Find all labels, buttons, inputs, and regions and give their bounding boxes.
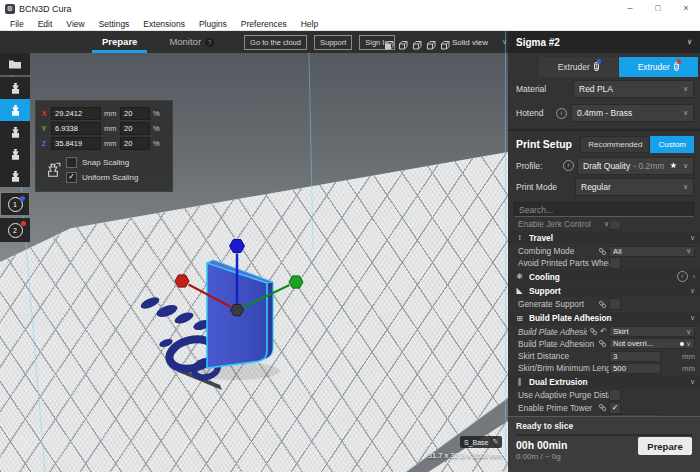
go-to-the-cloud-button[interactable]: Go to the cloud xyxy=(244,35,307,50)
snap-scaling-checkbox[interactable] xyxy=(66,157,77,168)
menu-item-settings[interactable]: Settings xyxy=(92,19,137,29)
info-icon[interactable]: i xyxy=(556,108,567,119)
maximize-button[interactable]: □ xyxy=(644,0,672,17)
setting-row-enable-jerk-control[interactable]: Enable Jerk Control∨ xyxy=(508,221,700,230)
print-mode-dropdown[interactable]: Regular ∨ xyxy=(575,178,694,196)
inherit-link-icon[interactable] xyxy=(598,247,607,256)
tab-extruder-1[interactable]: Extruder 1 xyxy=(539,57,618,77)
extruder-1-select-button[interactable]: 1 xyxy=(0,192,30,216)
build-plate-adhesion-type-dropdown[interactable]: Skirt∨ xyxy=(609,326,695,337)
per-model-settings-tool-button[interactable] xyxy=(0,165,30,187)
checkbox-label: Snap Scaling xyxy=(82,158,129,167)
avoid-printed-parts-when-traveling-checkbox[interactable] xyxy=(609,257,621,269)
menu-item-preferences[interactable]: Preferences xyxy=(234,19,294,29)
view-left-icon[interactable] xyxy=(426,37,437,48)
inherit-link-icon[interactable] xyxy=(598,339,607,348)
gizmo-handle-x[interactable] xyxy=(175,275,189,287)
prepare-button[interactable]: Prepare xyxy=(638,437,692,455)
scale-x-percent-input[interactable]: 20 xyxy=(120,107,150,120)
use-adaptive-purge-distance-checkbox[interactable] xyxy=(609,389,621,401)
scale-row-y: Y6.9338mm20% xyxy=(40,121,168,136)
setting-row-use-adaptive-purge-distance[interactable]: Use Adaptive Purge Distance xyxy=(508,389,700,401)
support-button[interactable]: Support xyxy=(314,35,352,50)
viewport-3d[interactable]: ⚙BCN3D S_Base ✎ 31.7 x 30.3 x 35.8 mm 12… xyxy=(0,53,508,472)
tab-extruder-2[interactable]: Extruder 2 xyxy=(619,57,698,77)
menu-item-file[interactable]: File xyxy=(3,19,31,29)
revert-icon[interactable]: ↶ xyxy=(600,327,607,336)
printer-selector[interactable]: Sigma #2 ∨ xyxy=(508,31,700,53)
scale-y-percent-input[interactable]: 20 xyxy=(120,122,150,135)
uniform-scaling-checkbox[interactable]: ✓ xyxy=(66,172,77,183)
setting-row-build-plate-adhesion-extruder[interactable]: Build Plate Adhesion ExtruderNot overri.… xyxy=(508,338,700,350)
close-button[interactable]: × xyxy=(672,0,700,17)
scale-z-size-input[interactable]: 35.8419 xyxy=(51,137,101,150)
build-plate-adhesion-extruder-dropdown[interactable]: Not overri...∨ xyxy=(609,338,695,349)
category-build-plate-adhesion[interactable]: ⊞Build Plate Adhesion∨ xyxy=(508,312,700,325)
tab-prepare[interactable]: Prepare xyxy=(86,31,153,53)
minimize-button[interactable]: – xyxy=(616,0,644,17)
model-name-tag[interactable]: S_Base ✎ xyxy=(460,436,502,448)
scale-tool-button[interactable] xyxy=(0,99,30,121)
enable-jerk-control-checkbox[interactable] xyxy=(609,221,621,230)
open-file-button[interactable] xyxy=(0,53,30,75)
view-top-icon[interactable] xyxy=(412,37,423,48)
category-cooling[interactable]: ❄Coolingi‹ xyxy=(508,270,700,283)
profile-dropdown[interactable]: Draft Quality - 0.2mm ★ ∨ xyxy=(577,157,694,175)
scale-x-size-input[interactable]: 29.2412 xyxy=(51,107,101,120)
setting-label: Avoid Printed Parts When Traveling xyxy=(518,258,609,268)
extruder-2-select-button[interactable]: 2 xyxy=(0,218,30,242)
view-3d-icon[interactable] xyxy=(384,37,395,48)
gizmo-handle-z[interactable] xyxy=(230,240,245,253)
view-front-icon[interactable] xyxy=(398,37,409,48)
skirt-distance-input[interactable]: 3 xyxy=(609,351,661,362)
menu-item-edit[interactable]: Edit xyxy=(31,19,60,29)
scale-y-size-input[interactable]: 6.9338 xyxy=(51,122,101,135)
dropdown-value: Skirt xyxy=(613,327,684,336)
unit-label: mm xyxy=(682,364,695,373)
category-travel[interactable]: ↕Travel∨ xyxy=(508,231,700,244)
combing-mode-dropdown[interactable]: All∨ xyxy=(609,246,695,257)
tab-monitor-label: Monitor xyxy=(169,32,201,52)
enable-prime-tower-checkbox[interactable]: ✓ xyxy=(609,402,621,414)
skirt-brim-minimum-length-input[interactable]: 500 xyxy=(609,363,661,374)
axis-z-label: Z xyxy=(40,139,48,148)
menu-item-view[interactable]: View xyxy=(59,19,91,29)
view-mode-dropdown[interactable]: Solid view ∨ xyxy=(449,34,510,50)
unit-label: mm xyxy=(682,352,695,361)
setting-row-avoid-printed-parts-when-traveling[interactable]: Avoid Printed Parts When Traveling xyxy=(508,257,700,269)
progress-bar xyxy=(516,434,692,436)
inherit-link-icon[interactable] xyxy=(598,300,607,309)
edit-name-icon[interactable]: ✎ xyxy=(493,438,499,446)
generate-support-checkbox[interactable] xyxy=(609,298,621,310)
scale-z-percent-input[interactable]: 20 xyxy=(120,137,150,150)
menu-item-plugins[interactable]: Plugins xyxy=(192,19,234,29)
setting-label: Skirt/Brim Minimum Length xyxy=(518,363,609,373)
setting-row-generate-support[interactable]: Generate Support xyxy=(508,298,700,310)
setting-row-build-plate-adhesion-type[interactable]: Build Plate Adhesion Type↶Skirt∨ xyxy=(508,326,700,338)
category-dual-extrusion[interactable]: ∥Dual Extrusion∨ xyxy=(508,375,700,388)
inherit-link-icon[interactable] xyxy=(598,403,607,412)
mirror-tool-button[interactable] xyxy=(0,143,30,165)
setting-row-skirt-distance[interactable]: Skirt Distance3mm xyxy=(508,350,700,362)
inherit-link-icon[interactable] xyxy=(589,327,598,336)
rotate-tool-button[interactable] xyxy=(0,121,30,143)
custom-mode-button[interactable]: Custom xyxy=(650,136,694,153)
recommended-mode-button[interactable]: Recommended xyxy=(580,136,650,153)
menu-item-help[interactable]: Help xyxy=(294,19,325,29)
category-support[interactable]: ◣Support∨ xyxy=(508,284,700,297)
gizmo-handle-y[interactable] xyxy=(289,276,303,288)
info-icon[interactable]: i xyxy=(563,160,574,171)
info-icon[interactable]: i xyxy=(677,271,688,282)
setting-row-enable-prime-tower[interactable]: Enable Prime Tower✓ xyxy=(508,402,700,414)
window-chrome: ⚙ BCN3D Cura – □ × FileEditViewSettingsE… xyxy=(0,0,700,31)
search-input[interactable] xyxy=(514,202,694,217)
material-dropdown[interactable]: Red PLA ∨ xyxy=(573,80,694,98)
tab-monitor[interactable]: Monitor ? xyxy=(153,31,230,53)
setting-row-skirt-brim-minimum-length[interactable]: Skirt/Brim Minimum Length500mm xyxy=(508,362,700,374)
hotend-dropdown[interactable]: 0.4mm - Brass ∨ xyxy=(571,104,694,122)
setting-row-combing-mode[interactable]: Combing ModeAll∨ xyxy=(508,245,700,257)
gizmo-handle-center[interactable] xyxy=(231,304,244,315)
move-tool-button[interactable] xyxy=(0,77,30,99)
menu-item-extensions[interactable]: Extensions xyxy=(136,19,192,29)
star-icon[interactable]: ★ xyxy=(670,161,677,170)
